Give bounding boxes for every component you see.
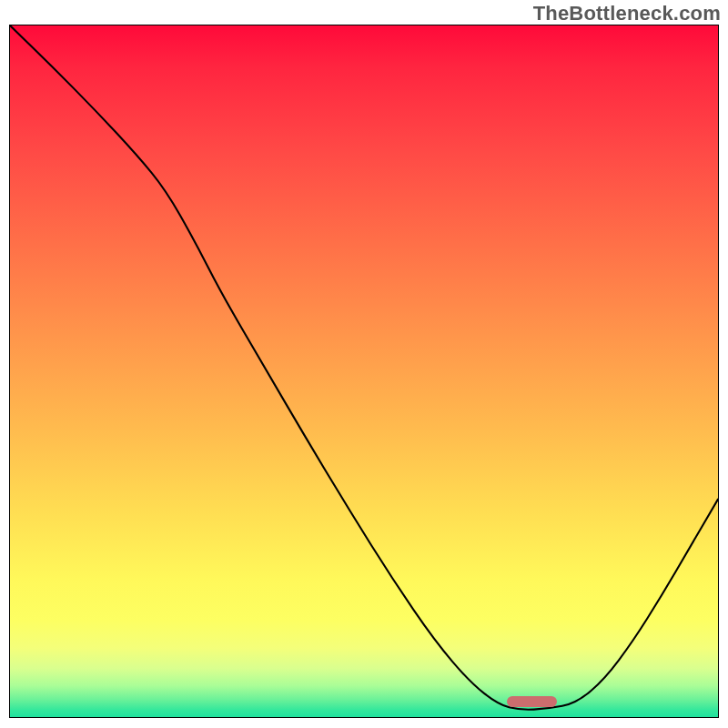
plot-frame — [9, 25, 719, 718]
optimum-marker — [507, 696, 557, 707]
watermark-text: TheBottleneck.com — [533, 2, 721, 25]
bottleneck-curve — [10, 25, 718, 710]
chart-container: TheBottleneck.com — [0, 0, 728, 728]
curve-layer — [10, 25, 718, 717]
